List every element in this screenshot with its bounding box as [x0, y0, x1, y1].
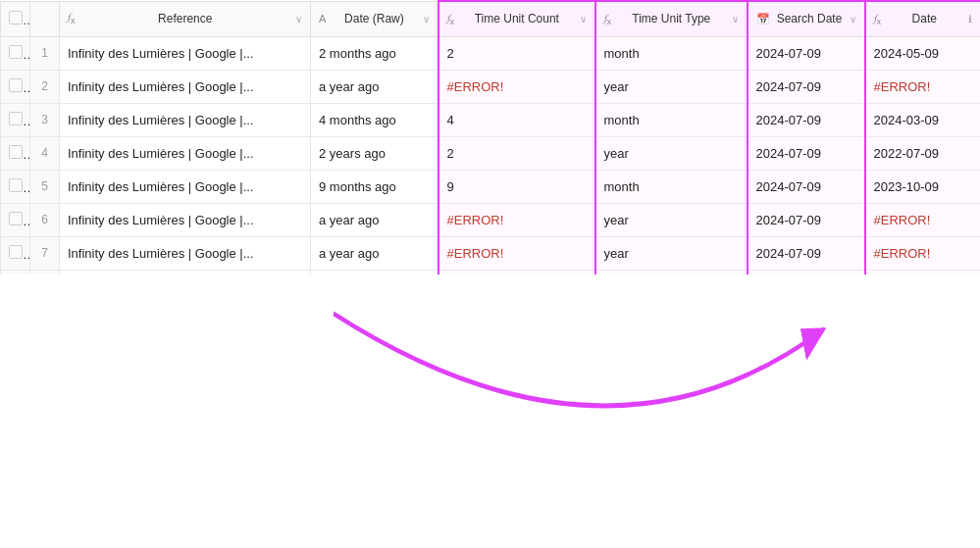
table-area: 𝑓x Reference ∨ A Date (Raw) ∨: [0, 0, 980, 274]
date-cell: 2024-03-09: [865, 103, 981, 136]
row-number: 3: [30, 103, 60, 136]
error-value: #ERROR!: [874, 246, 931, 261]
row-checkbox[interactable]: [9, 178, 23, 192]
info-icon-date[interactable]: ℹ: [968, 14, 972, 25]
date-col-label: Date: [885, 12, 963, 25]
annotation-arrow: [0, 274, 980, 549]
fx-icon-tut: 𝑓x: [604, 12, 612, 26]
row-checkbox[interactable]: [9, 212, 23, 225]
row-checkbox-cell: [1, 203, 30, 236]
table-row[interactable]: 7Infinity des Lumières | Google |...a ye…: [1, 236, 981, 270]
time-unit-type-col-label: Time Unit Type: [615, 12, 727, 25]
header-row: 𝑓x Reference ∨ A Date (Raw) ∨: [1, 1, 981, 36]
select-all-checkbox[interactable]: [9, 11, 23, 25]
row-checkbox-cell: [1, 136, 30, 170]
date-raw-col-label: Date (Raw): [330, 12, 418, 25]
time-unit-count-cell: 2: [438, 136, 595, 170]
time-unit-type-cell: year: [595, 203, 748, 236]
row-number: 2: [30, 70, 60, 103]
row-checkbox[interactable]: [9, 45, 23, 59]
search-date-cell: 2024-07-09: [748, 103, 865, 136]
date-cell: 2024-05-09: [865, 36, 981, 70]
date-cell: 2022-07-09: [865, 136, 981, 170]
sort-icon-date-raw[interactable]: ∨: [423, 14, 430, 25]
time-unit-count-cell: #ERROR!: [438, 236, 595, 270]
search-date-cell: 2024-07-09: [748, 36, 865, 70]
table-row[interactable]: 2Infinity des Lumières | Google |...a ye…: [1, 70, 981, 103]
reference-cell: Infinity des Lumières | Google |...: [60, 236, 311, 270]
table-row[interactable]: 4Infinity des Lumières | Google |...2 ye…: [1, 136, 981, 170]
search-date-cell: 2024-07-09: [748, 236, 865, 270]
checkbox-header[interactable]: [1, 1, 30, 36]
row-checkbox-cell: [1, 236, 30, 270]
time-unit-count-cell: #ERROR!: [438, 203, 595, 236]
row-checkbox[interactable]: [9, 145, 23, 159]
error-value: #ERROR!: [447, 79, 504, 94]
fx-icon: 𝑓x: [68, 11, 76, 25]
reference-col-label: Reference: [79, 12, 291, 25]
time-unit-type-cell: month: [595, 170, 748, 203]
date-raw-cell: 4 months ago: [311, 103, 438, 136]
error-value: #ERROR!: [447, 246, 504, 261]
error-value: #ERROR!: [874, 79, 931, 94]
data-table: 𝑓x Reference ∨ A Date (Raw) ∨: [0, 0, 980, 274]
row-checkbox-cell: [1, 103, 30, 136]
sort-icon-tuc[interactable]: ∨: [580, 14, 587, 25]
row-checkbox[interactable]: [9, 112, 23, 125]
date-raw-cell: a year ago: [311, 203, 438, 236]
time-unit-type-header[interactable]: 𝑓x Time Unit Type ∨: [595, 1, 748, 36]
fx-icon-date: 𝑓x: [874, 12, 882, 26]
a-icon: A: [319, 13, 326, 25]
row-checkbox-cell: [1, 170, 30, 203]
date-header[interactable]: 𝑓x Date ℹ: [865, 1, 981, 36]
time-unit-count-cell: 9: [438, 170, 595, 203]
table-row[interactable]: 5Infinity des Lumières | Google |...9 mo…: [1, 170, 981, 203]
sort-icon-tut[interactable]: ∨: [732, 14, 739, 25]
reference-cell: Infinity des Lumières | Google |...: [60, 203, 311, 236]
time-unit-count-cell: 2: [438, 36, 595, 70]
row-checkbox-cell: [1, 70, 30, 103]
table-row[interactable]: 1Infinity des Lumières | Google |...2 mo…: [1, 36, 981, 70]
date-raw-cell: 2 months ago: [311, 36, 438, 70]
search-date-col-label: Search Date: [774, 12, 846, 25]
time-unit-count-header[interactable]: 𝑓x Time Unit Count ∨: [438, 1, 595, 36]
arrow-path: [334, 313, 824, 405]
search-date-cell: 2024-07-09: [748, 70, 865, 103]
spreadsheet: 𝑓x Reference ∨ A Date (Raw) ∨: [0, 0, 980, 548]
row-number: 4: [30, 136, 60, 170]
date-raw-cell: a year ago: [311, 236, 438, 270]
sort-icon-reference[interactable]: ∨: [295, 14, 302, 25]
date-raw-cell: 2 years ago: [311, 136, 438, 170]
row-number: 1: [30, 36, 60, 70]
row-checkbox[interactable]: [9, 245, 23, 259]
table-row[interactable]: 3Infinity des Lumières | Google |...4 mo…: [1, 103, 981, 136]
row-number: 6: [30, 203, 60, 236]
date-raw-header[interactable]: A Date (Raw) ∨: [311, 1, 438, 36]
search-date-cell: 2024-07-09: [748, 170, 865, 203]
arrow-area: [0, 274, 980, 549]
date-cell: #ERROR!: [865, 203, 981, 236]
sort-icon-sd[interactable]: ∨: [850, 14, 856, 25]
error-value: #ERROR!: [447, 213, 504, 227]
date-cell: 2023-10-09: [865, 170, 981, 203]
search-date-cell: 2024-07-09: [748, 136, 865, 170]
fx-icon-tuc: 𝑓x: [447, 12, 455, 26]
date-cell: #ERROR!: [865, 70, 981, 103]
time-unit-count-col-label: Time Unit Count: [458, 12, 575, 25]
time-unit-type-cell: month: [595, 36, 748, 70]
reference-cell: Infinity des Lumières | Google |...: [60, 36, 311, 70]
date-raw-cell: 9 months ago: [311, 170, 438, 203]
row-checkbox-cell: [1, 36, 30, 70]
time-unit-count-cell: #ERROR!: [438, 70, 595, 103]
search-date-header[interactable]: 📅 Search Date ∨: [748, 1, 865, 36]
time-unit-type-cell: year: [595, 236, 748, 270]
row-checkbox[interactable]: [9, 78, 23, 92]
row-number: 5: [30, 170, 60, 203]
table-row[interactable]: 6Infinity des Lumières | Google |...a ye…: [1, 203, 981, 236]
error-value: #ERROR!: [874, 213, 931, 227]
reference-cell: Infinity des Lumières | Google |...: [60, 103, 311, 136]
reference-header[interactable]: 𝑓x Reference ∨: [60, 1, 311, 36]
cal-icon: 📅: [756, 13, 770, 25]
time-unit-count-cell: 4: [438, 103, 595, 136]
reference-cell: Infinity des Lumières | Google |...: [60, 170, 311, 203]
